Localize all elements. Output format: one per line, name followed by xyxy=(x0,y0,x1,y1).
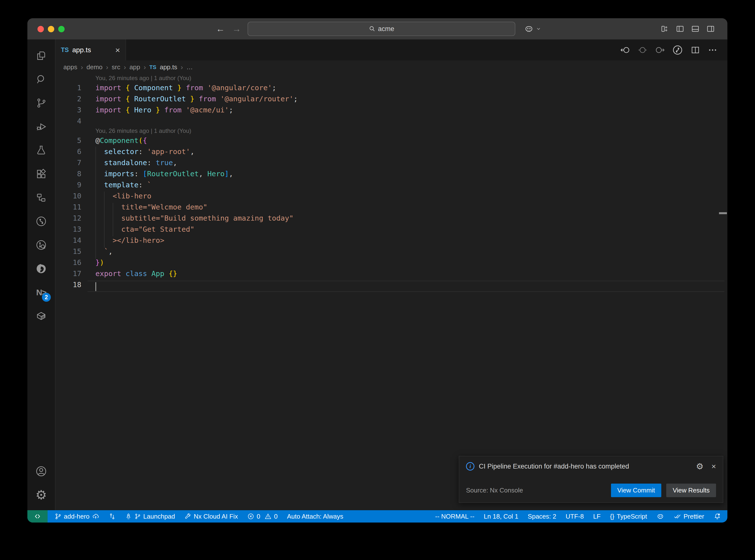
indentation-status-item[interactable]: Spaces: 2 xyxy=(528,513,556,520)
code-text: import { Hero } from '@acme/ui'; xyxy=(81,104,233,116)
prettier-status-item[interactable]: Prettier xyxy=(674,513,704,520)
line-number: 7 xyxy=(56,157,81,168)
code-line-12[interactable]: 12 subtitle="Build something amazing tod… xyxy=(56,213,728,224)
breadcrumb-file[interactable]: app.ts xyxy=(160,63,177,71)
activity-bar: N> 2 ⚙ xyxy=(27,39,56,510)
breadcrumb-src[interactable]: src xyxy=(112,63,120,71)
rocket-icon xyxy=(125,513,132,520)
code-line-18[interactable]: 18 xyxy=(56,279,728,291)
next-change-icon[interactable] xyxy=(655,45,665,55)
commit-graph-icon[interactable] xyxy=(672,45,683,56)
remote-icon xyxy=(34,513,41,520)
code-line-3[interactable]: 3import { Hero } from '@acme/ui'; xyxy=(56,104,728,116)
toggle-secondary-sidebar-icon[interactable] xyxy=(706,24,715,33)
remote-indicator[interactable] xyxy=(27,510,47,522)
notification-settings-gear-icon[interactable]: ⚙ xyxy=(696,462,703,471)
account-icon[interactable] xyxy=(29,459,53,483)
encoding-status-item[interactable]: UTF-8 xyxy=(565,513,584,520)
breadcrumb-apps[interactable]: apps xyxy=(63,63,77,71)
code-line-17[interactable]: 17export class App {} xyxy=(56,268,728,279)
problems-status-item[interactable]: 0 0 xyxy=(247,513,278,520)
launchpad-status-item[interactable]: Launchpad xyxy=(125,513,175,520)
nx-console-icon[interactable]: N> 2 xyxy=(29,280,53,304)
code-text: selector: 'app-root', xyxy=(81,146,195,157)
previous-change-icon[interactable] xyxy=(620,45,630,55)
eol-status-item[interactable]: LF xyxy=(593,513,601,520)
line-number: 14 xyxy=(56,235,81,246)
language-mode-status-item[interactable]: {} TypeScript xyxy=(610,513,647,520)
open-changes-icon[interactable] xyxy=(638,45,648,55)
copilot-status-item[interactable] xyxy=(656,513,664,520)
toggle-primary-sidebar-icon[interactable] xyxy=(676,24,684,33)
code-line-15[interactable]: 15 `, xyxy=(56,246,728,257)
gitlens-inspect-icon[interactable] xyxy=(29,233,53,257)
code-editor[interactable]: You, 26 minutes ago | 1 author (You)1imp… xyxy=(56,74,728,510)
code-line-14[interactable]: 14 ></lib-hero> xyxy=(56,235,728,246)
code-line-1[interactable]: 1import { Component } from '@angular/cor… xyxy=(56,82,728,94)
code-text: `, xyxy=(81,246,113,257)
code-line-7[interactable]: 7 standalone: true, xyxy=(56,157,728,168)
title-bar: ← → acme xyxy=(27,18,728,39)
tab-app-ts[interactable]: TS app.ts × xyxy=(56,39,126,60)
line-number: 1 xyxy=(56,82,81,94)
code-line-8[interactable]: 8 imports: [RouterOutlet, Hero], xyxy=(56,168,728,179)
git-branch-icon xyxy=(134,513,141,520)
braces-icon: {} xyxy=(610,513,614,520)
git-compare-status-item[interactable] xyxy=(109,513,116,520)
extensions-icon[interactable] xyxy=(29,162,53,186)
errors-icon xyxy=(247,513,254,520)
source-control-icon[interactable] xyxy=(29,91,53,115)
line-number: 16 xyxy=(56,257,81,268)
view-commit-button[interactable]: View Commit xyxy=(611,484,661,497)
tab-close-icon[interactable]: × xyxy=(115,46,120,54)
edge-browser-icon[interactable] xyxy=(29,257,53,280)
gitlens-icon[interactable] xyxy=(29,209,53,233)
nx-cloud-status-item[interactable]: Nx Cloud AI Fix xyxy=(184,513,238,520)
project-hierarchy-icon[interactable] xyxy=(29,186,53,209)
notification-close-icon[interactable]: × xyxy=(711,462,716,470)
containers-icon[interactable] xyxy=(29,304,53,328)
search-icon[interactable] xyxy=(29,67,53,91)
customize-layout-icon[interactable] xyxy=(660,24,669,33)
notifications-bell-item[interactable] xyxy=(714,513,721,520)
vim-mode-status-item[interactable]: -- NORMAL -- xyxy=(435,513,474,520)
branch-status-item[interactable]: add-hero xyxy=(55,513,99,520)
chevron-down-icon[interactable] xyxy=(536,26,541,32)
code-line-5[interactable]: 5@Component({ xyxy=(56,135,728,146)
navigate-forward-icon[interactable]: → xyxy=(232,24,241,34)
code-line-9[interactable]: 9 template: ` xyxy=(56,179,728,191)
launchpad-label: Launchpad xyxy=(143,513,175,520)
tab-label: app.ts xyxy=(72,46,91,54)
split-editor-icon[interactable] xyxy=(690,45,700,55)
navigate-back-icon[interactable]: ← xyxy=(216,24,225,34)
copilot-icon[interactable] xyxy=(524,24,534,34)
command-center-search[interactable]: acme xyxy=(247,22,515,36)
code-line-6[interactable]: 6 selector: 'app-root', xyxy=(56,146,728,157)
code-text: import { Component } from '@angular/core… xyxy=(81,82,276,94)
code-line-11[interactable]: 11 title="Welcmoe demo" xyxy=(56,202,728,213)
breadcrumb-demo[interactable]: demo xyxy=(86,63,103,71)
settings-gear-icon[interactable]: ⚙ xyxy=(29,483,53,507)
view-results-button[interactable]: View Results xyxy=(666,484,716,497)
code-text: cta="Get Started" xyxy=(81,224,195,235)
maximize-window-button[interactable] xyxy=(58,26,65,32)
code-line-13[interactable]: 13 cta="Get Started" xyxy=(56,224,728,235)
run-debug-icon[interactable] xyxy=(29,115,53,139)
breadcrumb-app[interactable]: app xyxy=(130,63,140,71)
explorer-icon[interactable] xyxy=(29,44,53,67)
notification-source: Source: Nx Console xyxy=(466,486,611,494)
minimize-window-button[interactable] xyxy=(48,26,54,32)
toggle-panel-icon[interactable] xyxy=(691,24,700,33)
cursor-position-status-item[interactable]: Ln 18, Col 1 xyxy=(484,513,518,520)
code-line-2[interactable]: 2import { RouterOutlet } from '@angular/… xyxy=(56,94,728,104)
testing-icon[interactable] xyxy=(29,139,53,162)
auto-attach-status-item[interactable]: Auto Attach: Always xyxy=(287,513,343,520)
code-line-10[interactable]: 10 <lib-hero xyxy=(56,191,728,202)
publish-cloud-icon xyxy=(92,513,99,520)
code-line-16[interactable]: 16}) xyxy=(56,257,728,268)
breadcrumb-symbol[interactable]: … xyxy=(186,63,193,71)
close-window-button[interactable] xyxy=(38,26,44,32)
more-actions-icon[interactable] xyxy=(708,45,717,55)
line-number: 8 xyxy=(56,168,81,179)
code-line-4[interactable]: 4 xyxy=(56,116,728,127)
